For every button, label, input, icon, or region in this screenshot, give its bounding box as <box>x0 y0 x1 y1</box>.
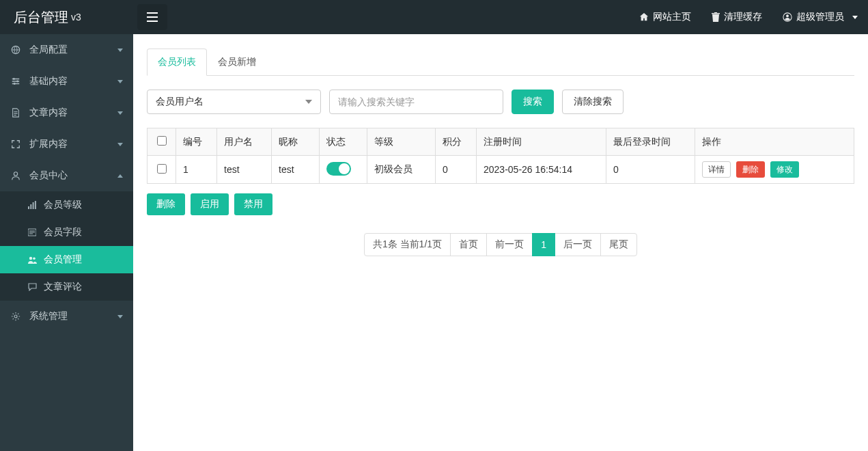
user-icon <box>783 12 792 22</box>
expand-icon <box>10 139 21 149</box>
th-status: 状态 <box>326 136 346 147</box>
row-checkbox[interactable] <box>157 164 167 174</box>
th-last-login: 最后登录时间 <box>613 136 671 147</box>
sidebar-item-label: 会员中心 <box>29 169 68 182</box>
nav-clear-cache-link[interactable]: 清理缓存 <box>701 0 772 34</box>
svg-point-15 <box>29 257 32 260</box>
sidebar-item-label: 文章内容 <box>29 107 68 119</box>
search-row: 会员用户名 搜索 清除搜索 <box>147 90 854 114</box>
brand-version: v3 <box>71 12 81 23</box>
svg-point-16 <box>33 258 36 260</box>
page-current[interactable]: 1 <box>532 233 555 256</box>
batch-delete-button[interactable]: 删除 <box>147 193 185 215</box>
svg-rect-1 <box>147 16 158 18</box>
sidebar-item-label: 系统管理 <box>29 310 68 323</box>
clear-search-button[interactable]: 清除搜索 <box>562 90 624 114</box>
sidebar-subitem-label: 会员字段 <box>44 226 82 238</box>
svg-rect-12 <box>33 202 34 209</box>
home-icon <box>639 12 649 22</box>
svg-point-4 <box>786 14 789 17</box>
svg-point-7 <box>16 81 18 83</box>
sidebar-item-label: 基础内容 <box>29 75 68 87</box>
status-toggle[interactable] <box>326 162 351 176</box>
search-keyword-input[interactable] <box>329 90 503 114</box>
svg-rect-13 <box>35 201 36 209</box>
cell-last-login: 0 <box>613 164 619 175</box>
nav-home-label: 网站主页 <box>653 11 691 23</box>
sidebar-item-member-center[interactable]: 会员中心 <box>0 160 133 191</box>
nav-home-link[interactable]: 网站主页 <box>629 0 701 34</box>
cell-username: test <box>224 164 240 175</box>
cell-id: 1 <box>183 164 188 175</box>
users-icon <box>27 256 37 264</box>
sidebar-item-label: 扩展内容 <box>29 138 68 150</box>
tab-member-add[interactable]: 会员新增 <box>207 49 267 76</box>
tabs: 会员列表 会员新增 <box>147 48 854 76</box>
row-delete-button[interactable]: 删除 <box>736 161 765 178</box>
sidebar-item-extend-content[interactable]: 扩展内容 <box>0 128 133 160</box>
sidebar-item-label: 全局配置 <box>29 44 68 56</box>
page-first[interactable]: 首页 <box>450 233 487 256</box>
batch-enable-button[interactable]: 启用 <box>191 193 229 215</box>
user-outline-icon <box>10 171 21 180</box>
sidebar-subitem-label: 文章评论 <box>44 281 82 293</box>
sidebar-subitem-member-level[interactable]: 会员等级 <box>0 191 133 219</box>
svg-rect-11 <box>30 204 31 209</box>
brand-title: 后台管理 <box>14 8 68 27</box>
page-info: 共1条 当前1/1页 <box>364 233 451 256</box>
sidebar-submenu-member: 会员等级 会员字段 会员管理 文章评论 <box>0 191 133 301</box>
th-level: 等级 <box>374 136 393 147</box>
globe-icon <box>10 45 21 55</box>
select-value: 会员用户名 <box>156 96 204 108</box>
chevron-down-icon <box>117 143 123 146</box>
search-field-select[interactable]: 会员用户名 <box>147 90 321 114</box>
sliders-icon <box>10 77 21 86</box>
tab-label: 会员列表 <box>158 56 196 67</box>
sidebar-item-basic-content[interactable]: 基础内容 <box>0 66 133 97</box>
page-prev[interactable]: 前一页 <box>486 233 533 256</box>
sidebar-toggle-button[interactable] <box>137 4 167 30</box>
sidebar-subitem-article-comment[interactable]: 文章评论 <box>0 273 133 301</box>
sidebar-subitem-member-manage[interactable]: 会员管理 <box>0 246 133 273</box>
th-action: 操作 <box>702 136 721 147</box>
sidebar-item-article-content[interactable]: 文章内容 <box>0 97 133 128</box>
navbar: 后台管理 v3 网站主页 清理缓存 超级管理员 <box>0 0 868 34</box>
batch-disable-button[interactable]: 禁用 <box>234 193 272 215</box>
svg-point-9 <box>14 172 17 176</box>
cell-level: 初级会员 <box>374 163 412 174</box>
th-reg-time: 注册时间 <box>484 136 522 147</box>
row-edit-button[interactable]: 修改 <box>770 161 799 178</box>
bars-icon <box>147 12 158 22</box>
page-last[interactable]: 尾页 <box>600 233 637 256</box>
sidebar-item-global-config[interactable]: 全局配置 <box>0 34 133 66</box>
brand[interactable]: 后台管理 v3 <box>0 0 133 34</box>
search-button[interactable]: 搜索 <box>512 90 554 114</box>
member-table: 编号 用户名 昵称 状态 等级 积分 注册时间 最后登录时间 操作 1 test… <box>147 128 854 184</box>
select-all-checkbox[interactable] <box>157 136 167 146</box>
sidebar-subitem-label: 会员管理 <box>44 254 82 266</box>
tab-label: 会员新增 <box>218 56 256 67</box>
tab-member-list[interactable]: 会员列表 <box>147 49 207 76</box>
list-icon <box>27 228 37 236</box>
caret-down-icon <box>852 16 858 19</box>
nav-user-menu[interactable]: 超级管理员 <box>772 0 868 34</box>
chevron-up-icon <box>117 174 123 178</box>
file-text-icon <box>10 108 21 118</box>
svg-rect-10 <box>28 206 29 209</box>
sidebar-item-system-manage[interactable]: 系统管理 <box>0 301 133 332</box>
sidebar-subitem-label: 会员等级 <box>44 199 82 211</box>
cell-score: 0 <box>443 164 448 175</box>
th-score: 积分 <box>443 136 462 147</box>
row-detail-button[interactable]: 详情 <box>702 161 731 178</box>
trash-icon <box>712 12 720 22</box>
bars-signal-icon <box>27 201 37 209</box>
svg-point-17 <box>14 315 17 318</box>
sidebar-subitem-member-field[interactable]: 会员字段 <box>0 219 133 246</box>
chevron-down-icon <box>117 315 123 318</box>
chevron-down-icon <box>117 49 123 52</box>
page-next[interactable]: 后一页 <box>555 233 601 256</box>
table-header-row: 编号 用户名 昵称 状态 等级 积分 注册时间 最后登录时间 操作 <box>148 128 854 156</box>
gear-icon <box>10 312 21 321</box>
svg-rect-2 <box>147 20 158 22</box>
cell-reg-time: 2023-05-26 16:54:14 <box>484 164 572 175</box>
